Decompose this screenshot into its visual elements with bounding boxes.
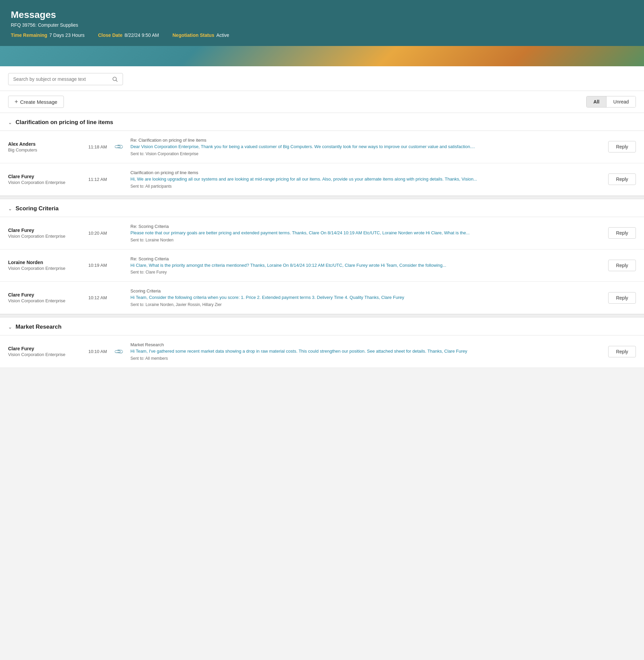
reply-button[interactable]: Reply [608, 141, 636, 153]
meta-value: 7 Days 23 Hours [49, 32, 85, 38]
message-subject: Re: Clarification on pricing of line ite… [131, 138, 597, 143]
message-content: Re: Scoring Criteria Please note that ou… [125, 224, 602, 242]
sender-org: Big Computers [8, 148, 83, 153]
reply-button[interactable]: Reply [608, 292, 636, 304]
plus-icon: + [15, 99, 18, 105]
search-icon [112, 76, 118, 82]
message-preview: Hi Team, Consider the following criteria… [131, 294, 597, 301]
group-title: Scoring Criteria [16, 205, 59, 212]
header-meta-item: Negotiation Status Active [172, 32, 229, 38]
message-sent-to: Sent to: Vision Corporation Enterprise [131, 152, 597, 156]
decorative-banner [0, 46, 644, 66]
meta-value: 8/22/24 9:50 AM [125, 32, 159, 38]
sender-name: Clare Furey [8, 292, 83, 298]
toolbar: + Create Message All Unread [0, 91, 644, 113]
message-preview: Hi, We are looking upgrading all our sys… [131, 176, 597, 182]
sender-col: Loraine Norden Vision Corporation Enterp… [8, 260, 83, 271]
group-header-2: ⌄ Market Research [0, 317, 644, 335]
search-input[interactable] [13, 76, 110, 82]
attachment-icon: 📎 [114, 142, 124, 152]
chevron-icon[interactable]: ⌄ [8, 324, 12, 330]
message-subject: Market Research [131, 342, 597, 347]
svg-point-0 [113, 77, 117, 81]
search-bar-container [0, 66, 644, 91]
message-time: 10:10 AM [83, 349, 113, 354]
reply-col: Reply [602, 292, 636, 304]
message-time: 10:19 AM [83, 263, 113, 268]
meta-value: Active [216, 32, 229, 38]
message-sent-to: Sent to: Loraine Norden, Javier Rossin, … [131, 302, 597, 307]
search-bar [8, 73, 123, 85]
reply-button[interactable]: Reply [608, 227, 636, 239]
message-sent-to: Sent to: Loraine Norden [131, 238, 597, 242]
reply-col: Reply [602, 227, 636, 239]
message-subject: Re: Scoring Criteria [131, 224, 597, 229]
reply-col: Reply [602, 346, 636, 357]
reply-button[interactable]: Reply [608, 260, 636, 271]
message-row: Clare Furey Vision Corporation Enterpris… [0, 217, 644, 249]
chevron-icon[interactable]: ⌄ [8, 206, 12, 211]
page-header: Messages RFQ 39756: Computer Supplies Ti… [0, 0, 644, 46]
sender-col: Clare Furey Vision Corporation Enterpris… [8, 292, 83, 303]
chevron-icon[interactable]: ⌄ [8, 120, 12, 125]
group-title: Market Research [16, 324, 62, 330]
message-sent-to: Sent to: All members [131, 356, 597, 361]
reply-button[interactable]: Reply [608, 173, 636, 185]
message-time: 10:12 AM [83, 295, 113, 300]
sender-org: Vision Corporation Enterprise [8, 266, 83, 271]
reply-col: Reply [602, 260, 636, 271]
sender-col: Alex Anders Big Computers [8, 141, 83, 153]
section-separator [0, 314, 644, 317]
main-content: + Create Message All Unread ⌄ Clarificat… [0, 66, 644, 368]
attachment-col: 📎 [113, 348, 125, 355]
messages-container: ⌄ Clarification on pricing of line items… [0, 113, 644, 368]
message-content: Clarification on pricing of line items H… [125, 170, 602, 189]
group-header-0: ⌄ Clarification on pricing of line items [0, 113, 644, 131]
create-message-button[interactable]: + Create Message [8, 96, 64, 108]
message-time: 11:18 AM [83, 145, 113, 150]
message-time: 11:12 AM [83, 177, 113, 182]
filter-unread-button[interactable]: Unread [606, 96, 636, 107]
rfq-label: RFQ 39756: Computer Supplies [11, 22, 633, 28]
meta-label: Time Remaining [11, 32, 47, 38]
attachment-col: 📎 [113, 143, 125, 151]
sender-org: Vision Corporation Enterprise [8, 298, 83, 303]
sender-org: Vision Corporation Enterprise [8, 352, 83, 357]
sender-col: Clare Furey Vision Corporation Enterpris… [8, 227, 83, 239]
reply-button[interactable]: Reply [608, 346, 636, 357]
message-content: Re: Clarification on pricing of line ite… [125, 138, 602, 156]
sender-name: Clare Furey [8, 346, 83, 351]
create-message-label: Create Message [20, 99, 58, 105]
attachment-icon: 📎 [114, 346, 124, 357]
message-content: Re: Scoring Criteria Hi Clare, What is t… [125, 256, 602, 275]
header-meta-item: Time Remaining 7 Days 23 Hours [11, 32, 85, 38]
message-preview: Hi Team, I've gathered some recent marke… [131, 348, 597, 355]
filter-buttons: All Unread [586, 96, 636, 108]
meta-label: Close Date [98, 32, 122, 38]
message-row: Alex Anders Big Computers 11:18 AM 📎 Re:… [0, 131, 644, 163]
message-row: Clare Furey Vision Corporation Enterpris… [0, 282, 644, 314]
message-content: Scoring Criteria Hi Team, Consider the f… [125, 288, 602, 307]
message-content: Market Research Hi Team, I've gathered s… [125, 342, 602, 361]
header-meta-item: Close Date 8/22/24 9:50 AM [98, 32, 159, 38]
sender-col: Clare Furey Vision Corporation Enterpris… [8, 174, 83, 185]
message-row: Loraine Norden Vision Corporation Enterp… [0, 249, 644, 282]
reply-col: Reply [602, 141, 636, 153]
filter-all-button[interactable]: All [586, 96, 606, 107]
sender-org: Vision Corporation Enterprise [8, 180, 83, 185]
sender-name: Clare Furey [8, 174, 83, 179]
sender-col: Clare Furey Vision Corporation Enterpris… [8, 346, 83, 357]
meta-label: Negotiation Status [172, 32, 214, 38]
sender-name: Clare Furey [8, 227, 83, 233]
message-row: Clare Furey Vision Corporation Enterpris… [0, 335, 644, 368]
sender-name: Loraine Norden [8, 260, 83, 265]
group-header-1: ⌄ Scoring Criteria [0, 199, 644, 217]
message-time: 10:20 AM [83, 230, 113, 236]
svg-line-1 [116, 80, 117, 82]
message-row: Clare Furey Vision Corporation Enterpris… [0, 163, 644, 196]
message-subject: Scoring Criteria [131, 288, 597, 293]
sender-org: Vision Corporation Enterprise [8, 234, 83, 239]
message-subject: Clarification on pricing of line items [131, 170, 597, 175]
reply-col: Reply [602, 173, 636, 185]
message-preview: Dear Vision Corporation Enterprise, Than… [131, 144, 597, 150]
